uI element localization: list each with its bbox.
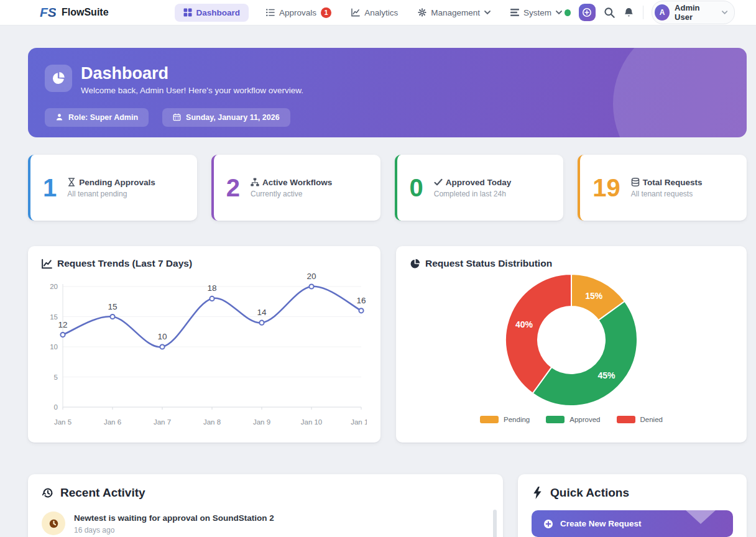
user-menu[interactable]: A Admin User — [652, 1, 735, 24]
svg-text:Jan 9: Jan 9 — [253, 418, 270, 426]
stat-sublabel: Currently active — [251, 190, 332, 198]
date-badge: Sunday, January 11, 2026 — [162, 108, 290, 127]
activity-item: Newtest is waiting for approval on Sound… — [42, 512, 489, 535]
svg-text:45%: 45% — [598, 370, 616, 380]
svg-text:5: 5 — [54, 374, 58, 381]
svg-text:16: 16 — [356, 296, 366, 305]
approvals-count-badge: 1 — [321, 7, 331, 18]
donut-chart: 15%45%40% — [410, 269, 733, 413]
plus-circle-icon — [582, 7, 592, 17]
quick-create-button[interactable] — [579, 4, 595, 21]
clock-icon — [48, 518, 59, 529]
pie-chart-icon — [52, 71, 65, 85]
gear-icon — [418, 8, 426, 17]
pie-chart-icon — [410, 259, 420, 269]
legend-label: Pending — [504, 416, 530, 423]
search-icon — [604, 7, 615, 19]
user-icon — [55, 113, 63, 121]
svg-text:Jan 7: Jan 7 — [154, 418, 171, 426]
svg-text:15%: 15% — [585, 291, 603, 301]
svg-text:20: 20 — [50, 283, 58, 290]
svg-text:FS: FS — [40, 5, 56, 19]
svg-text:Jan 11: Jan 11 — [351, 418, 367, 426]
brand-name: FlowSuite — [62, 7, 109, 18]
page-title: Dashboard — [81, 65, 303, 83]
welcome-message: Welcome back, Admin User! Here's your wo… — [81, 86, 303, 95]
legend-item: Pending — [480, 416, 530, 423]
server-icon — [510, 8, 519, 17]
svg-text:10: 10 — [50, 343, 58, 351]
svg-text:40%: 40% — [515, 319, 533, 329]
list-check-icon — [266, 8, 275, 17]
stat-card-pending-approvals: 1 Pending Approvals All tenant pending — [28, 155, 197, 221]
chart-title: Request Status Distribution — [425, 258, 552, 269]
status-distribution-card: Request Status Distribution 15%45%40% Pe… — [396, 246, 747, 443]
bell-icon — [623, 7, 635, 19]
svg-text:15: 15 — [50, 313, 58, 321]
donut-legend: PendingApprovedDenied — [410, 416, 733, 423]
role-badge-label: Role: Super Admin — [68, 113, 138, 122]
svg-text:18: 18 — [207, 283, 216, 293]
nav-item-analytics[interactable]: Analytics — [349, 4, 400, 22]
svg-text:0: 0 — [54, 403, 58, 411]
svg-text:14: 14 — [257, 308, 267, 317]
svg-text:Jan 5: Jan 5 — [54, 418, 71, 426]
recent-activity-card: Recent Activity Newtest is waiting for a… — [28, 474, 503, 537]
nav-item-management[interactable]: Management — [415, 4, 493, 22]
bottom-row: Recent Activity Newtest is waiting for a… — [28, 474, 747, 537]
section-title: Recent Activity — [60, 486, 145, 500]
search-button[interactable] — [604, 6, 615, 19]
top-navbar: FS FlowSuite Dashboard Approvals 1 — [0, 0, 756, 25]
chart-title: Request Trends (Last 7 Days) — [57, 258, 192, 269]
stat-card-approved-today: 0 Approved Today Completed in last 24h — [395, 155, 564, 221]
hero-banner: Dashboard Welcome back, Admin User! Here… — [28, 48, 747, 137]
activity-scrollbar[interactable] — [493, 510, 497, 537]
stat-value: 0 — [410, 175, 423, 200]
stat-value: 19 — [592, 175, 620, 200]
avatar: A — [655, 4, 670, 21]
svg-text:Jan 6: Jan 6 — [104, 418, 121, 426]
status-dot — [565, 9, 571, 16]
legend-swatch — [480, 416, 499, 423]
stat-sublabel: All tenant requests — [631, 190, 703, 198]
chart-line-icon — [351, 8, 360, 17]
nav-label: Approvals — [279, 8, 316, 17]
nav-item-dashboard[interactable]: Dashboard — [175, 4, 249, 22]
stat-card-active-workflows: 2 Active Workflows Currently active — [211, 155, 380, 221]
stat-label: Active Workflows — [262, 178, 332, 187]
quick-actions-card: Quick Actions Create New Request — [518, 474, 747, 537]
stat-card-total-requests: 19 Total Requests All tenant requests — [578, 155, 747, 221]
svg-text:15: 15 — [108, 302, 117, 311]
svg-text:Jan 10: Jan 10 — [301, 418, 323, 426]
flowsuite-logo-icon: FS — [40, 5, 56, 20]
date-badge-label: Sunday, January 11, 2026 — [186, 113, 280, 122]
nav-item-system[interactable]: System — [508, 4, 565, 22]
charts-row: Request Trends (Last 7 Days) 05101520Jan… — [28, 246, 747, 443]
svg-text:12: 12 — [58, 320, 67, 329]
notifications-button[interactable] — [623, 6, 635, 19]
activity-text: Newtest is waiting for approval on Sound… — [74, 512, 274, 523]
calendar-icon — [173, 113, 181, 121]
database-icon — [631, 178, 640, 186]
grid-icon — [183, 8, 192, 17]
nav-label: System — [523, 8, 551, 17]
navbar-right: A Admin User — [565, 1, 735, 24]
nav-item-approvals[interactable]: Approvals 1 — [264, 3, 334, 22]
user-name: Admin User — [675, 3, 717, 22]
brand[interactable]: FS FlowSuite — [40, 5, 109, 20]
stat-label: Total Requests — [643, 178, 703, 187]
stat-sublabel: All tenant pending — [67, 190, 155, 198]
svg-text:20: 20 — [307, 272, 316, 281]
chart-line-icon — [42, 259, 52, 269]
workflow-icon — [251, 178, 259, 186]
activity-time: 16 days ago — [74, 526, 274, 535]
create-new-request-button[interactable]: Create New Request — [532, 510, 733, 537]
svg-text:10: 10 — [157, 332, 167, 341]
legend-swatch — [546, 416, 565, 423]
svg-text:Jan 8: Jan 8 — [203, 418, 221, 426]
create-new-request-label: Create New Request — [560, 519, 642, 528]
bolt-icon — [532, 487, 544, 499]
hero-icon-box — [45, 65, 72, 92]
stat-value: 1 — [43, 175, 57, 200]
role-badge: Role: Super Admin — [45, 108, 149, 127]
